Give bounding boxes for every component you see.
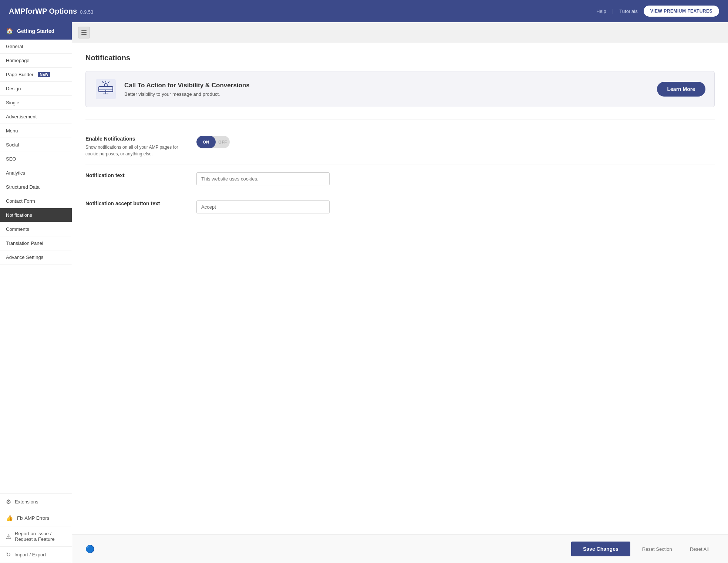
sidebar-item-seo[interactable]: SEO	[0, 152, 72, 166]
sidebar-link-page-builder[interactable]: Page Builder NEW	[0, 68, 72, 81]
sidebar-link-homepage[interactable]: Homepage	[0, 54, 72, 67]
enable-notifications-label: Enable Notifications	[85, 136, 182, 142]
sidebar-item-extensions[interactable]: ⚙ Extensions	[0, 494, 72, 510]
premium-button[interactable]: VIEW PREMIUM FEATURES	[644, 6, 719, 17]
sidebar-link-advertisement[interactable]: Advertisement	[0, 110, 72, 124]
sidebar-menu: General Homepage Page Builder NEW Design…	[0, 40, 72, 493]
sidebar-item-advance-settings[interactable]: Advance Settings	[0, 250, 72, 264]
header-left: AMPforWP Options 0.9.53	[9, 7, 93, 16]
sidebar-item-comments[interactable]: Comments	[0, 222, 72, 236]
gear-icon: ⚙	[6, 498, 11, 505]
main-layout: 🏠 Getting Started General Homepage Page …	[0, 22, 728, 563]
app-title: AMPforWP Options	[9, 7, 77, 16]
toggle-container: ON OFF	[196, 136, 715, 148]
thumbsup-icon: 👍	[6, 515, 13, 522]
sidebar-item-design[interactable]: Design	[0, 82, 72, 96]
sidebar-item-getting-started[interactable]: 🏠 Getting Started	[0, 22, 72, 40]
sidebar-link-social[interactable]: Social	[0, 138, 72, 152]
sidebar-link-notifications[interactable]: Notifications	[0, 208, 72, 222]
notification-text-control	[196, 172, 715, 185]
import-export-icon: ↻	[6, 551, 11, 558]
sidebar-item-report-issue[interactable]: ⚠ Report an Issue / Request a Feature	[0, 526, 72, 547]
sidebar-item-page-builder[interactable]: Page Builder NEW	[0, 68, 72, 82]
sidebar: 🏠 Getting Started General Homepage Page …	[0, 22, 72, 563]
sidebar-item-social[interactable]: Social	[0, 138, 72, 152]
svg-rect-4	[99, 90, 113, 90]
sidebar-link-general[interactable]: General	[0, 40, 72, 53]
warning-icon: ⚠	[6, 533, 11, 540]
tutorials-link[interactable]: Tutorials	[619, 9, 637, 14]
extensions-label: Extensions	[15, 499, 38, 505]
sidebar-link-single[interactable]: Single	[0, 96, 72, 109]
setting-label-col: Enable Notifications Show notifications …	[85, 136, 182, 157]
notifications-toggle[interactable]: ON OFF	[196, 136, 230, 148]
toggle-off-label: OFF	[216, 140, 230, 144]
svg-rect-2	[81, 34, 87, 35]
footer-left: 🔵	[85, 545, 565, 553]
sidebar-item-fix-amp-errors[interactable]: 👍 Fix AMP Errors	[0, 510, 72, 526]
menu-icon-button[interactable]	[78, 27, 90, 38]
sidebar-link-structured-data[interactable]: Structured Data	[0, 180, 72, 194]
promo-text: Call To Action for Visibility & Conversi…	[124, 82, 650, 97]
toggle-on-label: ON	[196, 136, 216, 148]
promo-icon	[95, 78, 117, 100]
reset-all-button[interactable]: Reset All	[684, 542, 715, 556]
enable-notifications-description: Show notifications on all of your AMP pa…	[85, 144, 182, 157]
setting-row-notification-text: Notification text	[85, 165, 715, 193]
sidebar-item-contact-form[interactable]: Contact Form	[0, 194, 72, 208]
sidebar-link-advance-settings[interactable]: Advance Settings	[0, 250, 72, 264]
fix-amp-errors-label: Fix AMP Errors	[17, 515, 49, 521]
sidebar-item-import-export[interactable]: ↻ Import / Export	[0, 547, 72, 563]
sidebar-link-seo[interactable]: SEO	[0, 152, 72, 166]
sidebar-link-menu[interactable]: Menu	[0, 124, 72, 138]
content-area: Notifications	[72, 43, 728, 535]
sidebar-link-translation-panel[interactable]: Translation Panel	[0, 236, 72, 250]
header-divider: |	[612, 8, 614, 14]
sidebar-item-single[interactable]: Single	[0, 96, 72, 110]
promo-banner: Call To Action for Visibility & Conversi…	[85, 71, 715, 107]
header-right: Help | Tutorials VIEW PREMIUM FEATURES	[596, 6, 719, 17]
sidebar-item-general[interactable]: General	[0, 40, 72, 54]
new-badge: NEW	[38, 72, 50, 77]
app-version: 0.9.53	[80, 9, 93, 15]
footer-icon: 🔵	[85, 545, 95, 553]
main-content: Notifications	[72, 22, 728, 563]
promo-heading: Call To Action for Visibility & Conversi…	[124, 82, 650, 89]
learn-more-button[interactable]: Learn More	[657, 82, 705, 97]
help-link[interactable]: Help	[596, 9, 606, 14]
sidebar-item-menu[interactable]: Menu	[0, 124, 72, 138]
sidebar-bottom: ⚙ Extensions 👍 Fix AMP Errors ⚠ Report a…	[0, 493, 72, 563]
sidebar-item-structured-data[interactable]: Structured Data	[0, 180, 72, 194]
sidebar-item-notifications[interactable]: Notifications	[0, 208, 72, 222]
sidebar-item-homepage[interactable]: Homepage	[0, 54, 72, 68]
save-changes-button[interactable]: Save Changes	[571, 542, 630, 556]
sidebar-link-design[interactable]: Design	[0, 82, 72, 95]
page-title: Notifications	[85, 54, 715, 62]
settings-section: Enable Notifications Show notifications …	[85, 119, 715, 230]
setting-row-accept-btn-text: Notification accept button text	[85, 193, 715, 221]
setting-label-col-2: Notification text	[85, 172, 182, 181]
reset-section-button[interactable]: Reset Section	[636, 542, 678, 556]
setting-row-enable-notifications: Enable Notifications Show notifications …	[85, 128, 715, 165]
accept-btn-text-input[interactable]	[196, 200, 330, 213]
notification-text-input[interactable]	[196, 172, 330, 185]
sidebar-link-analytics[interactable]: Analytics	[0, 166, 72, 180]
import-export-label: Import / Export	[14, 552, 46, 557]
enable-notifications-control: ON OFF	[196, 136, 715, 148]
getting-started-label: Getting Started	[17, 28, 54, 34]
sidebar-link-contact-form[interactable]: Contact Form	[0, 194, 72, 208]
content-toolbar	[72, 22, 728, 43]
sidebar-item-advertisement[interactable]: Advertisement	[0, 110, 72, 124]
setting-label-col-3: Notification accept button text	[85, 200, 182, 209]
notification-text-label: Notification text	[85, 172, 182, 178]
sidebar-link-comments[interactable]: Comments	[0, 222, 72, 236]
accept-btn-text-control	[196, 200, 715, 213]
promo-subtext: Better visibility to your message and pr…	[124, 91, 650, 97]
accept-btn-text-label: Notification accept button text	[85, 200, 182, 206]
report-issue-label: Report an Issue / Request a Feature	[15, 531, 66, 542]
home-icon: 🏠	[6, 27, 13, 34]
sidebar-item-translation-panel[interactable]: Translation Panel	[0, 236, 72, 250]
sidebar-item-analytics[interactable]: Analytics	[0, 166, 72, 180]
svg-rect-0	[81, 30, 87, 31]
footer-bar: 🔵 Save Changes Reset Section Reset All	[72, 535, 728, 563]
